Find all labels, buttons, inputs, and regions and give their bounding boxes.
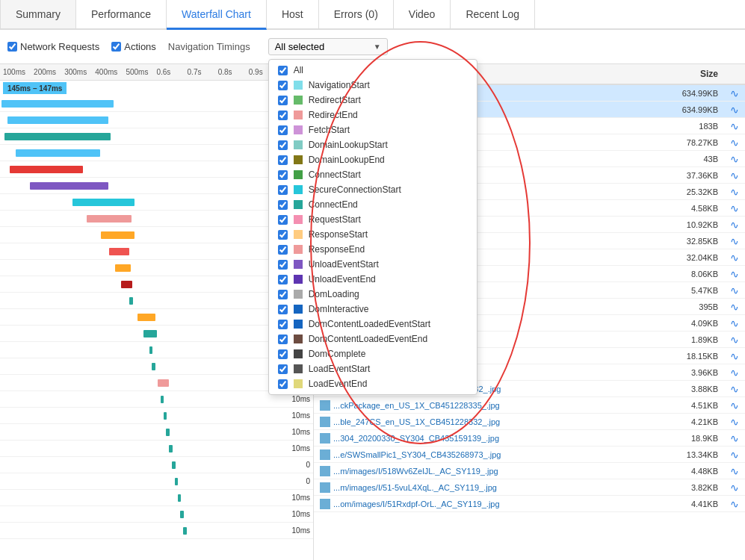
graph-cell[interactable]: ∿ [724,301,745,313]
tab-performance[interactable]: Performance [76,0,167,28]
waterfall-row[interactable]: 60ms [0,326,313,342]
dropdown-item-checkbox[interactable] [278,200,288,210]
waterfall-row[interactable] [0,96,313,112]
waterfall-row[interactable]: 10ms [0,506,313,523]
dropdown-item[interactable]: DomLoading [269,287,477,302]
graph-cell[interactable]: ∿ [724,432,745,444]
table-row[interactable]: ...e/SWSmallPic1_SY304_CB435268973_.jpg1… [314,447,745,463]
graph-cell[interactable]: ∿ [724,482,745,494]
tab-video[interactable]: Video [394,0,451,28]
waterfall-row[interactable]: 0 [0,473,313,490]
dropdown-item-checkbox[interactable] [278,140,288,150]
graph-cell[interactable]: ∿ [724,153,745,165]
waterfall-row[interactable] [0,178,313,194]
dropdown-item-checkbox[interactable] [278,96,288,105]
graph-cell[interactable]: ∿ [724,317,745,329]
graph-cell[interactable]: ∿ [724,169,745,181]
tab-summary[interactable]: Summary [0,0,76,28]
dropdown-item[interactable]: RequestStart [269,212,477,227]
dropdown-item[interactable]: DomainLookupEnd [269,152,477,167]
dropdown-item-checkbox[interactable] [278,245,288,255]
dropdown-item[interactable]: NavigationStart [269,78,477,93]
dropdown-item-checkbox[interactable] [278,379,288,389]
dropdown-item-checkbox[interactable] [278,320,288,329]
navigation-timings-dropdown[interactable]: All selected ▼ [268,38,388,55]
dropdown-item[interactable]: ResponseStart [269,227,477,242]
dropdown-item-checkbox[interactable] [278,111,288,120]
graph-cell[interactable]: ∿ [724,383,745,395]
graph-cell[interactable]: ∿ [724,235,745,247]
table-row[interactable]: ...m/images/I/51-5vuL4XqL._AC_SY119_.jpg… [314,479,745,496]
dropdown-item[interactable]: LoadEventStart [269,361,477,376]
waterfall-row[interactable] [0,145,313,161]
dropdown-item[interactable]: ConnectStart [269,167,477,182]
tab-host[interactable]: Host [267,0,319,28]
dropdown-item[interactable]: DomComplete [269,346,477,361]
graph-cell[interactable]: ∿ [724,350,745,362]
dropdown-item-checkbox[interactable] [278,364,288,374]
dropdown-item-checkbox[interactable] [278,170,288,180]
dropdown-item[interactable]: DomContentLoadedEventStart [269,317,477,332]
graph-cell[interactable]: ∿ [724,87,745,99]
dropdown-item-checkbox[interactable] [278,260,288,270]
waterfall-row[interactable]: 100ms [0,227,313,243]
graph-cell[interactable]: ∿ [724,498,745,510]
waterfall-row[interactable]: 10ms [0,424,313,441]
waterfall-row[interactable]: 60ms [0,276,313,293]
waterfall-row[interactable]: 410ms [0,194,313,211]
dropdown-item[interactable]: DomInteractive [269,302,477,317]
waterfall-row[interactable] [0,112,313,128]
dropdown-item-checkbox[interactable] [278,275,288,284]
table-row[interactable]: ...m/images/I/518Wv6ZelJL._AC_SY119_.jpg… [314,463,745,479]
dropdown-item[interactable]: LoadEventEnd [269,376,477,391]
dropdown-item-checkbox[interactable] [278,185,288,195]
graph-cell[interactable]: ∿ [724,268,745,280]
graph-cell[interactable]: ∿ [724,449,745,461]
dropdown-item[interactable]: RedirectEnd [269,108,477,122]
dropdown-item[interactable]: RedirectStart [269,93,477,108]
waterfall-row[interactable]: 80ms [0,309,313,326]
dropdown-item-checkbox[interactable] [278,81,288,90]
dropdown-item[interactable]: UnloadEventStart [269,257,477,272]
graph-cell[interactable]: ∿ [724,120,745,132]
graph-cell[interactable]: ∿ [724,137,745,149]
graph-cell[interactable]: ∿ [724,465,745,477]
table-row[interactable]: ...om/images/I/51Rxdpf-OrL._AC_SY119_.jp… [314,496,745,512]
waterfall-row[interactable]: 0 [0,457,313,473]
dropdown-item[interactable]: FetchStart [269,122,477,137]
waterfall-row[interactable]: 50ms [0,260,313,276]
tab-recentlog[interactable]: Recent Log [451,0,535,28]
waterfall-row[interactable]: 520ms [0,161,313,178]
waterfall-row[interactable] [0,211,313,227]
graph-cell[interactable]: ∿ [724,186,745,198]
waterfall-row[interactable]: 10ms [0,408,313,424]
dropdown-item-checkbox[interactable] [278,215,288,225]
dropdown-item[interactable]: DomainLookupStart [269,137,477,152]
waterfall-row[interactable] [0,128,313,145]
network-requests-checkbox[interactable]: Network Requests [7,41,99,52]
dropdown-item[interactable]: All [269,63,477,78]
table-row[interactable]: ...ckPackage_en_US_1X_CB451228335_.jpg4.… [314,397,745,414]
table-row[interactable]: ...ble_247CS_en_US_1X_CB451228332_.jpg4.… [314,414,745,430]
tab-errors[interactable]: Errors (0) [319,0,394,28]
waterfall-row[interactable]: 10ms [0,358,313,375]
dropdown-item[interactable]: UnloadEventEnd [269,272,477,287]
tab-waterfall[interactable]: Waterfall Chart [167,0,267,30]
graph-cell[interactable]: ∿ [724,416,745,428]
dropdown-item[interactable]: SecureConnectionStart [269,182,477,197]
waterfall-row[interactable]: 10ms [0,342,313,358]
graph-cell[interactable]: ∿ [724,284,745,296]
waterfall-row[interactable]: 60ms [0,375,313,391]
dropdown-item-checkbox[interactable] [278,125,288,135]
table-row[interactable]: ...304_20200330_SY304_CB435159139_.jpg18… [314,430,745,447]
graph-cell[interactable]: ∿ [724,367,745,379]
dropdown-item-checkbox[interactable] [278,305,288,314]
waterfall-row[interactable]: 10ms [0,293,313,309]
waterfall-row[interactable]: 10ms [0,490,313,506]
dropdown-item[interactable]: ResponseEnd [269,242,477,257]
graph-cell[interactable]: ∿ [724,219,745,231]
graph-cell[interactable]: ∿ [724,334,745,346]
dropdown-item[interactable]: ConnectEnd [269,197,477,212]
actions-checkbox[interactable]: Actions [111,41,156,52]
graph-cell[interactable]: ∿ [724,399,745,411]
